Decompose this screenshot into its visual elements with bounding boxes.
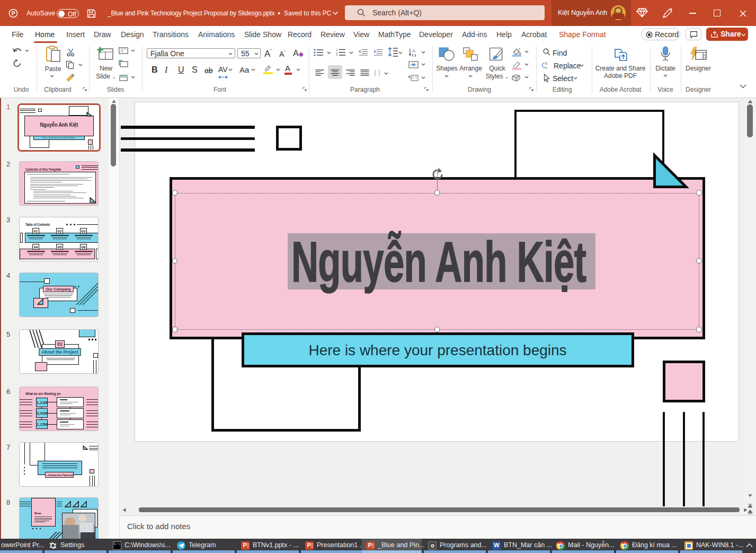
- svg-text:c: c: [545, 65, 547, 69]
- svg-text:P: P: [12, 11, 15, 16]
- svg-text:A: A: [412, 48, 415, 54]
- svg-text:3: 3: [336, 54, 337, 57]
